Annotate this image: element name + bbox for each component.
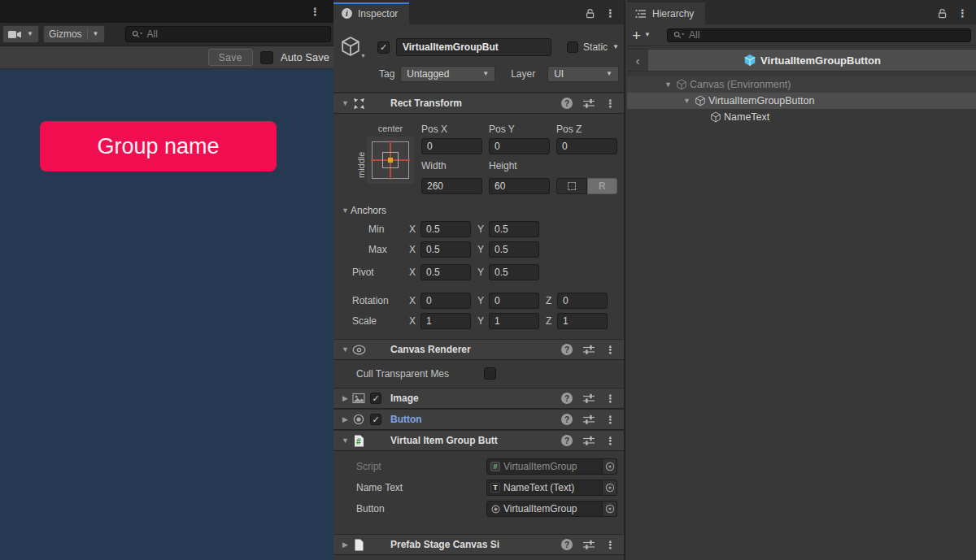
- unlock-icon[interactable]: [585, 8, 595, 19]
- anchors-min-y-field[interactable]: 0.5: [489, 221, 539, 237]
- rotation-z-field[interactable]: 0: [557, 293, 608, 309]
- gizmos-dropdown-caret: ▼: [93, 31, 99, 37]
- height-field[interactable]: 60: [489, 178, 550, 194]
- group-name-ui-button[interactable]: Group name: [40, 121, 277, 171]
- foldout-closed-icon[interactable]: ▶: [340, 415, 351, 423]
- help-icon[interactable]: ?: [561, 414, 573, 425]
- auto-save-checkbox[interactable]: [260, 51, 273, 64]
- anchors-max-y-field[interactable]: 0.5: [489, 241, 539, 258]
- component-menu-icon[interactable]: ⋮: [605, 540, 616, 550]
- cull-transparent-mesh-checkbox[interactable]: [484, 367, 496, 380]
- canvas-renderer-header[interactable]: ▼ Canvas Renderer ? ⋮: [333, 339, 624, 360]
- layer-dropdown[interactable]: UI ▼: [547, 66, 619, 82]
- button-object-field[interactable]: VirtualItemGroup: [486, 501, 603, 517]
- gameobject-active-checkbox[interactable]: ✓: [377, 41, 390, 54]
- hierarchy-tree: ▼ Canvas (Environment) ▼ VirtualItemGrou…: [627, 76, 976, 125]
- raw-edit-mode-button[interactable]: R: [587, 178, 618, 194]
- component-menu-icon[interactable]: ⋮: [605, 436, 616, 446]
- anchor-preset-widget[interactable]: [367, 137, 414, 184]
- prefab-stage-header[interactable]: ▶ Prefab Stage Canvas Si ? ⋮: [333, 534, 624, 555]
- script-object-field[interactable]: # VirtualItemGroup: [486, 458, 603, 475]
- static-checkbox[interactable]: [567, 41, 578, 53]
- presets-icon[interactable]: [583, 540, 595, 549]
- help-icon[interactable]: ?: [561, 344, 573, 355]
- inspector-menu-icon[interactable]: ⋮: [605, 8, 616, 19]
- scene-search-input[interactable]: All: [125, 26, 331, 42]
- width-field[interactable]: 260: [421, 178, 482, 194]
- icon-picker-caret: ▼: [360, 53, 366, 59]
- presets-icon[interactable]: [583, 393, 595, 403]
- create-object-button[interactable]: + ▼: [632, 28, 651, 43]
- object-picker-button[interactable]: [603, 501, 617, 517]
- button-mini-icon: [490, 504, 500, 514]
- pos-y-label: Pos Y: [489, 124, 550, 136]
- tree-item-label: VirtualItemGroupButton: [708, 95, 814, 106]
- name-text-object-field[interactable]: T NameText (Text): [486, 480, 603, 496]
- help-icon[interactable]: ?: [561, 393, 573, 404]
- gameobject-name-field[interactable]: VirtualItemGroupBut: [396, 38, 551, 56]
- anchors-max-row: Max X 0.5 Y 0.5: [340, 241, 617, 258]
- component-menu-icon[interactable]: ⋮: [605, 415, 616, 425]
- scene-canvas[interactable]: Group name: [0, 69, 333, 560]
- blueprint-mode-button[interactable]: [556, 178, 587, 194]
- foldout-open-icon[interactable]: ▼: [340, 436, 351, 445]
- presets-icon[interactable]: [583, 98, 595, 108]
- anchors-max-x-field[interactable]: 0.5: [420, 241, 471, 258]
- pivot-x-field[interactable]: 0.5: [420, 264, 471, 280]
- scale-y-field[interactable]: 1: [489, 313, 539, 329]
- foldout-closed-icon[interactable]: ▶: [340, 394, 351, 402]
- gizmos-button[interactable]: Gizmos ▼: [43, 25, 105, 43]
- button-component-header[interactable]: ▶ ✓ Button ? ⋮: [333, 409, 624, 430]
- object-picker-button[interactable]: [603, 480, 617, 496]
- foldout-open-icon[interactable]: ▼: [663, 80, 673, 89]
- tab-inspector[interactable]: i Inspector: [333, 2, 409, 24]
- help-icon[interactable]: ?: [561, 435, 573, 446]
- gameobject-icon-button[interactable]: ▼: [340, 36, 368, 59]
- hierarchy-menu-icon[interactable]: ⋮: [957, 8, 968, 19]
- component-menu-icon[interactable]: ⋮: [605, 393, 616, 404]
- rotation-y-field[interactable]: 0: [489, 293, 539, 309]
- presets-icon[interactable]: [583, 436, 595, 445]
- pos-y-field[interactable]: 0: [489, 138, 550, 154]
- tree-item-label: Canvas (Environment): [690, 79, 791, 90]
- hierarchy-search-input[interactable]: All: [667, 28, 971, 42]
- image-component-header[interactable]: ▶ ✓ Image ? ⋮: [333, 388, 624, 409]
- foldout-open-icon[interactable]: ▼: [340, 99, 351, 107]
- overlay-menu-icon[interactable]: ⋮: [310, 7, 320, 17]
- camera-dropdown-caret: ▼: [27, 31, 33, 37]
- image-enabled-checkbox[interactable]: ✓: [370, 393, 381, 404]
- foldout-closed-icon[interactable]: ▶: [340, 540, 351, 549]
- tree-row-name-text[interactable]: NameText: [627, 109, 976, 125]
- foldout-open-icon[interactable]: ▼: [340, 345, 351, 354]
- presets-icon[interactable]: [583, 415, 595, 424]
- tree-row-virtual-item-group-button[interactable]: ▼ VirtualItemGroupButton: [627, 93, 976, 109]
- pos-z-field[interactable]: 0: [556, 138, 617, 154]
- camera-view-button[interactable]: ▼: [2, 25, 39, 43]
- button-object-value: VirtualItemGroup: [503, 503, 577, 514]
- rotation-x-field[interactable]: 0: [420, 293, 471, 309]
- static-dropdown-caret[interactable]: ▼: [612, 44, 619, 50]
- tab-hierarchy[interactable]: Hierarchy: [627, 2, 705, 24]
- pivot-y-field[interactable]: 0.5: [489, 264, 539, 280]
- rect-transform-header[interactable]: ▼ Rect Transform ? ⋮: [333, 93, 624, 114]
- scale-x-field[interactable]: 1: [420, 313, 471, 329]
- pos-x-field[interactable]: 0: [421, 138, 482, 154]
- foldout-open-icon[interactable]: ▼: [682, 97, 692, 105]
- component-menu-icon[interactable]: ⋮: [605, 98, 616, 109]
- tree-row-canvas-environment[interactable]: ▼ Canvas (Environment): [627, 76, 976, 93]
- object-picker-button[interactable]: [603, 458, 617, 475]
- scale-z-field[interactable]: 1: [557, 313, 608, 329]
- anchors-min-x-field[interactable]: 0.5: [420, 221, 471, 237]
- button-enabled-checkbox[interactable]: ✓: [370, 414, 381, 425]
- tag-dropdown[interactable]: Untagged ▼: [400, 66, 495, 82]
- help-icon[interactable]: ?: [561, 98, 573, 109]
- save-button[interactable]: Save: [208, 49, 253, 66]
- presets-icon[interactable]: [583, 345, 595, 354]
- axis-z-label: Z: [546, 315, 557, 327]
- script-component-header[interactable]: ▼ # Virtual Item Group Butt ? ⋮: [333, 430, 624, 451]
- component-menu-icon[interactable]: ⋮: [605, 345, 616, 355]
- unlock-icon[interactable]: [937, 8, 948, 19]
- help-icon[interactable]: ?: [561, 539, 573, 550]
- anchors-foldout[interactable]: ▼ Anchors: [340, 204, 617, 217]
- prefab-back-button[interactable]: ‹: [627, 50, 648, 71]
